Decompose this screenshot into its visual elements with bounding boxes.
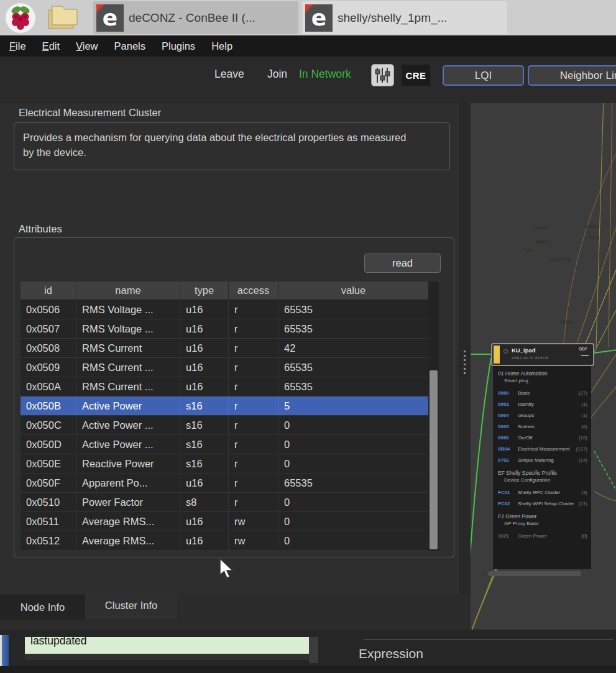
- panel-splitter-handle[interactable]: [459, 103, 471, 630]
- menu-edit[interactable]: Edit: [34, 35, 68, 57]
- table-row[interactable]: 0x0507RMS Voltage ...u16r65535: [21, 319, 428, 339]
- attributes-table-header: idnametypeaccessvalue: [21, 282, 428, 300]
- table-scrollbar-thumb[interactable]: [430, 370, 438, 549]
- table-cell: rw: [229, 512, 278, 531]
- link-quality-label: 15/06: [559, 319, 573, 325]
- table-cell: RMS Current: [76, 339, 180, 357]
- menu-plugins[interactable]: Plugins: [154, 35, 203, 57]
- network-graph-panel[interactable]: 145/619095d420.422781000431,015/06 KU_ip…: [471, 103, 616, 630]
- lastupdated-label: lastupdated: [30, 637, 309, 648]
- node-cluster-row[interactable]: FC01Shelly RPC Cluster(3): [498, 487, 587, 498]
- menu-view[interactable]: View: [68, 35, 106, 57]
- node-cluster-row[interactable]: 0000Basic(27): [498, 387, 587, 398]
- cluster-id: 0006: [498, 435, 518, 441]
- table-row[interactable]: 0x0506RMS Voltage ...u16r65535: [21, 300, 428, 319]
- tab-node-info[interactable]: Node Info: [0, 595, 85, 620]
- table-row[interactable]: 0x050EReactive Powers16r0: [21, 454, 428, 474]
- tab-cluster-info[interactable]: Cluster Info: [85, 592, 177, 620]
- table-row[interactable]: 0x050BActive Powers16r5: [21, 396, 428, 416]
- table-cell: RMS Current ...: [76, 377, 180, 396]
- table-cell: u16: [180, 319, 229, 338]
- list-scrollbar-thumb[interactable]: [309, 637, 318, 663]
- table-cell: 65535: [278, 377, 428, 396]
- table-row[interactable]: 0x0508RMS Currentu16r42: [21, 339, 428, 358]
- node-endpoint-label: F2 Green Power: [498, 513, 587, 520]
- read-button[interactable]: read: [364, 254, 441, 273]
- cluster-name: Electrical Measurement: [518, 446, 574, 452]
- window-title: deCONZ - ConBee II (...: [129, 11, 255, 25]
- node-cluster-row[interactable]: FC02Shelly WiFi Setup Cluster(11): [498, 498, 587, 509]
- table-cell: s16: [180, 435, 229, 454]
- table-cell: 42: [278, 339, 428, 357]
- column-header-name[interactable]: name: [76, 282, 180, 300]
- cluster-id: 0004: [498, 413, 518, 418]
- cluster-count: (127): [574, 446, 587, 452]
- table-cell: r: [229, 454, 278, 473]
- node-cluster-row[interactable]: 0003Identify(1): [498, 398, 587, 410]
- table-cell: Average RMS...: [76, 512, 180, 531]
- cluster-id: 0021: [498, 533, 518, 539]
- table-cell: u16: [180, 512, 229, 531]
- attribute-list-item-lastupdated[interactable]: lastupdated: [25, 637, 309, 654]
- node-endpoint-sublabel: Smart plug: [504, 378, 587, 383]
- attributes-label: Attributes: [19, 223, 62, 235]
- node-card-header[interactable]: KU_ipad A8E2 9F7F 8F8CB DDF —: [491, 343, 594, 366]
- table-cell: 0: [278, 435, 428, 454]
- table-cell: rw: [229, 531, 278, 550]
- table-row[interactable]: 0x050ARMS Current ...u16r65535: [21, 377, 428, 396]
- leave-button[interactable]: Leave: [214, 68, 244, 81]
- cluster-count: (6): [579, 424, 587, 429]
- cluster-count: (14): [577, 457, 587, 463]
- table-row[interactable]: 0x050DActive Power ...s16r0: [21, 435, 428, 454]
- node-scrollbar[interactable]: [488, 571, 581, 576]
- neighbor-links-button[interactable]: Neighbor Lin: [528, 65, 616, 86]
- menu-help[interactable]: Help: [203, 35, 241, 57]
- table-cell: 0: [278, 512, 428, 531]
- node-cluster-row[interactable]: 0702Simple Metering(14): [498, 454, 587, 465]
- table-row[interactable]: 0x0509RMS Current ...u16r65535: [21, 358, 428, 377]
- node-cluster-row[interactable]: 0021Green Power(0): [498, 530, 587, 541]
- cluster-count: (11): [577, 501, 587, 506]
- column-header-type[interactable]: type: [180, 282, 229, 300]
- cluster-count: (1): [579, 401, 587, 407]
- node-address: A8E2 9F7F 8F8CB: [512, 356, 549, 360]
- column-header-value[interactable]: value: [278, 282, 428, 300]
- channel-sliders-icon[interactable]: [371, 64, 394, 86]
- table-row[interactable]: 0x0512Average RMS...u16rw0: [21, 531, 428, 551]
- cluster-id: 0003: [498, 401, 518, 407]
- node-cluster-row[interactable]: 0B04Electrical Measurement(127): [498, 443, 587, 454]
- table-row[interactable]: 0x0511Average RMS...u16rw0: [21, 512, 428, 531]
- table-cell: RMS Voltage ...: [76, 319, 180, 338]
- table-row[interactable]: 0x050FApparent Po...u16r65535: [21, 474, 428, 493]
- node-cluster-row[interactable]: 0006On/Off(10): [498, 432, 587, 443]
- table-cell: 65535: [278, 358, 428, 377]
- table-row[interactable]: 0x050CActive Power ...s16r0: [21, 416, 428, 435]
- table-scrollbar-track[interactable]: [428, 282, 439, 551]
- join-button[interactable]: Join: [267, 68, 287, 81]
- desktop-taskbar: e deCONZ - ConBee II (... e shelly/shell…: [0, 0, 616, 35]
- table-cell: Active Power: [76, 396, 180, 415]
- file-manager-folder-icon[interactable]: [46, 5, 80, 31]
- column-header-access[interactable]: access: [229, 282, 278, 300]
- cluster-id: FC02: [498, 501, 518, 506]
- cluster-count: (0): [579, 533, 587, 539]
- column-header-id[interactable]: id: [21, 282, 76, 300]
- menu-panels[interactable]: Panels: [106, 35, 154, 57]
- node-endpoint-sublabel: GP Proxy Basic: [504, 521, 587, 526]
- taskbar-window-deconz[interactable]: e deCONZ - ConBee II (...: [93, 1, 298, 34]
- table-row[interactable]: 0x0510Power Factors8r0: [21, 493, 428, 512]
- lqi-button[interactable]: LQI: [443, 65, 524, 86]
- raspberry-pi-menu-icon[interactable]: [5, 2, 36, 34]
- cluster-description-box: Provides a mechanism for querying data a…: [14, 122, 450, 170]
- table-cell: s16: [180, 416, 229, 434]
- table-cell: RMS Current ...: [76, 358, 180, 377]
- cluster-name: Basic: [518, 390, 577, 396]
- menu-file[interactable]: File: [1, 35, 34, 57]
- taskbar-window-shelly[interactable]: e shelly/shelly_1pm_...: [302, 1, 507, 34]
- node-cluster-row[interactable]: 0005Scenes(6): [498, 421, 587, 432]
- cre-indicator[interactable]: CRE: [402, 65, 430, 86]
- table-cell: 0x0510: [21, 493, 76, 511]
- table-cell: 0x0511: [21, 512, 76, 531]
- node-cluster-row[interactable]: 0004Groups(1): [498, 410, 587, 421]
- collapse-node-button[interactable]: —: [581, 351, 589, 359]
